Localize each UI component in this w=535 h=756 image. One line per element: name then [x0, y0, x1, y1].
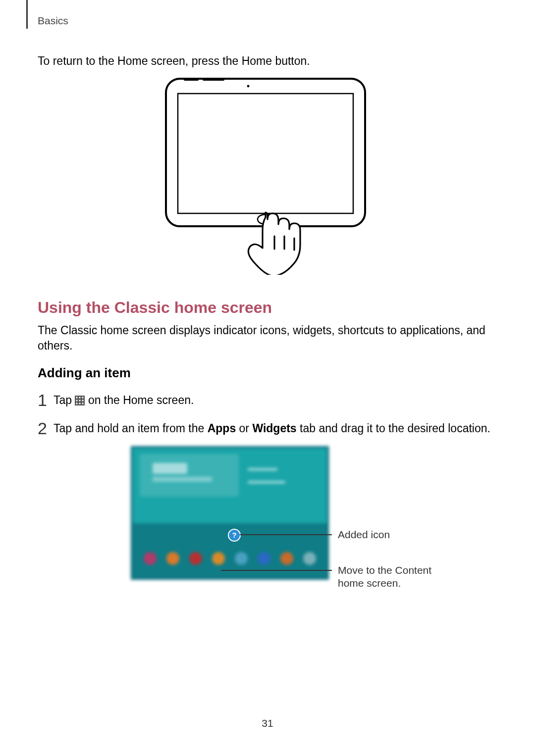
- dock-icon: [280, 552, 293, 565]
- heading-adding-item: Adding an item: [38, 365, 493, 381]
- step1-pre: Tap: [54, 394, 75, 406]
- dock-icon: [235, 552, 248, 565]
- step-text: Tap and hold an item from the Apps or Wi…: [54, 421, 490, 436]
- content-area: To return to the Home screen, press the …: [38, 53, 493, 580]
- dock-blur: [133, 549, 327, 568]
- side-rule: [26, 0, 28, 29]
- step-number: 1: [38, 392, 54, 408]
- intro-paragraph: To return to the Home screen, press the …: [38, 53, 493, 69]
- step-2: 2 Tap and hold an item from the Apps or …: [38, 418, 493, 436]
- svg-rect-15: [82, 400, 84, 402]
- label-move-content-l1: Move to the Content: [338, 564, 431, 576]
- svg-rect-18: [82, 403, 84, 404]
- svg-rect-13: [76, 400, 78, 402]
- tablet-press-home-illustration: [164, 77, 367, 275]
- home-screen-blur: [131, 446, 329, 580]
- weather-widget-blur: [140, 454, 239, 497]
- step1-post: on the Home screen.: [88, 394, 194, 406]
- label-move-content: Move to the Content home screen.: [338, 564, 431, 590]
- page-number: 31: [0, 717, 535, 729]
- dock-icon: [303, 552, 316, 565]
- step-1: 1 Tap on the Home screen.: [38, 390, 493, 408]
- heading-using-classic-home: Using the Classic home screen: [38, 299, 493, 317]
- dock-icon: [212, 552, 225, 565]
- apps-grid-icon: [75, 396, 85, 405]
- svg-rect-1: [178, 94, 353, 213]
- leader-line-move-content: [221, 570, 332, 571]
- svg-rect-11: [79, 397, 81, 399]
- label-added-icon: Added icon: [338, 528, 390, 541]
- svg-rect-17: [79, 403, 81, 404]
- leader-line-added-icon: [240, 534, 332, 535]
- home-screen-figure: ? Added icon Move to the Content home sc…: [131, 446, 487, 580]
- step2-post: tab and drag it to the desired location.: [300, 422, 490, 435]
- step2-mid: or: [239, 422, 253, 435]
- svg-rect-12: [82, 397, 84, 399]
- dock-icon: [258, 552, 270, 565]
- svg-rect-10: [76, 397, 78, 399]
- page: Basics To return to the Home screen, pre…: [0, 0, 535, 756]
- dock-icon: [189, 552, 202, 565]
- widget-blur: [248, 481, 285, 484]
- step-number: 2: [38, 420, 54, 437]
- svg-rect-4: [203, 78, 224, 81]
- svg-rect-14: [79, 400, 81, 402]
- step2-pre: Tap and hold an item from the: [54, 422, 208, 435]
- step2-bold-widgets: Widgets: [252, 422, 296, 435]
- classic-home-description: The Classic home screen displays indicat…: [38, 323, 493, 353]
- step2-bold-apps: Apps: [208, 422, 236, 435]
- svg-rect-16: [76, 403, 78, 404]
- step-text: Tap on the Home screen.: [54, 393, 194, 408]
- dock-icon: [144, 552, 157, 565]
- widget-line-blur: [153, 477, 212, 482]
- label-move-content-l2: home screen.: [338, 577, 401, 589]
- svg-point-2: [247, 85, 250, 88]
- clock-blur: [153, 463, 187, 474]
- widget-blur: [248, 468, 277, 471]
- dock-icon: [166, 552, 179, 565]
- svg-rect-3: [184, 78, 199, 81]
- steps-list: 1 Tap on the Home screen. 2: [38, 390, 493, 436]
- section-label: Basics: [38, 15, 68, 27]
